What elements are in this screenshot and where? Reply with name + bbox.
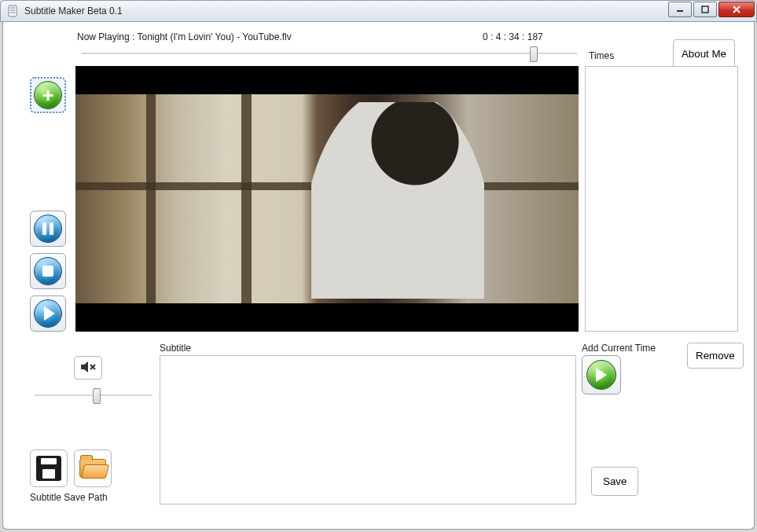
window-title: Subtitle Maker Beta 0.1 bbox=[24, 6, 123, 17]
floppy-disk-icon bbox=[36, 456, 61, 481]
folder-open-icon bbox=[79, 459, 106, 478]
stop-icon bbox=[34, 257, 62, 285]
now-playing-label: Now Playing : Tonight (I'm Lovin' You) -… bbox=[77, 31, 292, 42]
video-frame bbox=[75, 94, 579, 303]
minimize-button[interactable] bbox=[668, 2, 692, 17]
mute-icon bbox=[80, 361, 96, 376]
play-button[interactable] bbox=[30, 295, 66, 332]
volume-slider[interactable] bbox=[35, 390, 153, 401]
svg-rect-0 bbox=[9, 6, 17, 17]
about-button[interactable]: About Me bbox=[673, 39, 735, 68]
maximize-button[interactable] bbox=[693, 2, 717, 17]
arrow-right-icon bbox=[586, 360, 616, 390]
volume-thumb[interactable] bbox=[93, 388, 101, 404]
plus-icon: + bbox=[34, 81, 62, 109]
video-player[interactable] bbox=[75, 66, 579, 332]
add-button[interactable]: + bbox=[30, 77, 66, 113]
remove-button[interactable]: Remove bbox=[687, 343, 744, 369]
times-listbox[interactable] bbox=[585, 66, 738, 332]
subtitle-textarea[interactable] bbox=[160, 355, 576, 504]
seek-track-line bbox=[82, 53, 577, 54]
open-folder-button[interactable] bbox=[74, 449, 112, 487]
save-subtitle-button[interactable] bbox=[30, 449, 68, 487]
add-current-time-label: Add Current Time bbox=[582, 343, 656, 354]
save-button[interactable]: Save bbox=[591, 467, 638, 496]
window-titlebar: Subtitle Maker Beta 0.1 bbox=[0, 0, 757, 22]
add-current-time-button[interactable] bbox=[582, 355, 621, 394]
times-heading: Times bbox=[589, 50, 614, 61]
time-readout: 0 : 4 : 34 : 187 bbox=[483, 31, 543, 42]
client-area: Now Playing : Tonight (I'm Lovin' You) -… bbox=[2, 22, 755, 530]
seek-thumb[interactable] bbox=[530, 46, 538, 62]
mute-button[interactable] bbox=[74, 356, 102, 380]
app-icon bbox=[7, 5, 20, 17]
video-content bbox=[311, 102, 484, 299]
seek-slider[interactable] bbox=[82, 49, 577, 58]
close-button[interactable] bbox=[718, 2, 755, 17]
letterbox bbox=[75, 303, 579, 332]
subtitle-label: Subtitle bbox=[160, 343, 191, 354]
pause-button[interactable] bbox=[30, 211, 66, 247]
svg-rect-5 bbox=[702, 6, 708, 13]
subtitle-save-path-label: Subtitle Save Path bbox=[30, 492, 108, 503]
pause-icon bbox=[34, 215, 62, 243]
stop-button[interactable] bbox=[30, 253, 66, 289]
letterbox bbox=[75, 66, 579, 94]
play-icon bbox=[34, 299, 62, 328]
